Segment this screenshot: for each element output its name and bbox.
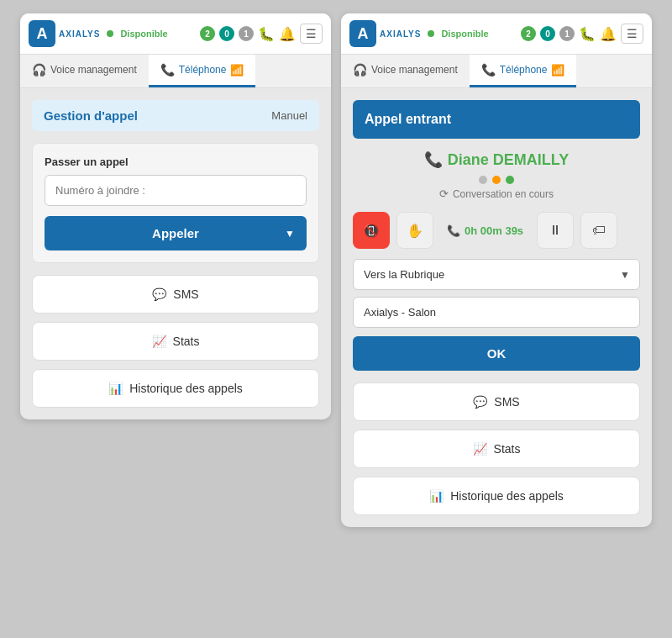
- right-incoming-header: Appel entrant: [353, 100, 640, 139]
- right-logo-text: AXIALYS: [380, 29, 421, 39]
- right-phone-icon: 📞: [424, 150, 443, 169]
- right-hold-button[interactable]: ✋: [396, 212, 433, 249]
- right-transfer-wrapper: Vers la Rubrique ▼: [353, 259, 640, 290]
- left-tab-voice-label: Voice management: [50, 64, 137, 76]
- left-phone-input[interactable]: [45, 175, 307, 206]
- right-pause-button[interactable]: ⏸: [537, 212, 574, 249]
- right-sms-icon: 💬: [473, 395, 487, 409]
- right-logo: A AXIALYS: [349, 20, 421, 47]
- right-badge-green: 2: [521, 26, 536, 41]
- axialys-logo-icon: A: [29, 20, 55, 47]
- left-phone-tab-icon: 📞: [160, 63, 175, 76]
- right-transfer-select[interactable]: Vers la Rubrique: [353, 259, 640, 290]
- right-spinner-icon: ⟳: [439, 187, 449, 200]
- right-stats-label: Stats: [494, 442, 521, 456]
- right-axialys-logo-icon: A: [349, 20, 376, 47]
- right-tag-button[interactable]: 🏷: [580, 212, 617, 249]
- right-panel-body: Appel entrant 📞 Diane DEMAILLY ⟳ Convers…: [341, 88, 652, 527]
- left-sms-label: SMS: [173, 287, 198, 301]
- right-phone-tab-icon: 📞: [481, 63, 496, 76]
- left-section-title: Gestion d'appel: [44, 108, 138, 123]
- right-conversation-status: ⟳ Conversation en cours: [353, 187, 640, 200]
- left-bell-icon: 🔔: [279, 26, 296, 42]
- right-call-controls: 📵 ✋ 📞 0h 00m 39s ⏸ 🏷: [353, 212, 640, 249]
- left-status-dot: [107, 30, 113, 37]
- right-badge-teal: 0: [540, 26, 555, 41]
- left-call-label: Passer un appel: [45, 156, 307, 168]
- left-bug-icon: 🐛: [258, 26, 275, 42]
- left-logo-text: AXIALYS: [59, 29, 100, 39]
- left-call-button[interactable]: Appeler ▼: [45, 216, 307, 250]
- right-badge-gray: 1: [559, 26, 575, 41]
- left-tab-telephone[interactable]: 📞 Téléphone 📶: [149, 55, 256, 87]
- right-dot-2: [492, 176, 501, 184]
- right-panel: A AXIALYS Disponible 2 0 1 🐛 🔔 ☰ 🎧 Voice…: [341, 13, 652, 527]
- right-status-dots: [353, 176, 640, 184]
- right-caller-name: 📞 Diane DEMAILLY: [353, 150, 640, 169]
- left-badge-teal: 0: [219, 26, 234, 41]
- left-logo: A AXIALYS: [29, 20, 100, 47]
- right-status-label: Disponible: [441, 29, 488, 39]
- right-history-icon: 📊: [429, 489, 444, 503]
- right-bell-icon: 🔔: [600, 26, 617, 42]
- left-section-subtitle: Manuel: [271, 109, 307, 122]
- left-panel-body: Gestion d'appel Manuel Passer un appel A…: [20, 88, 331, 419]
- left-stats-icon: 📈: [152, 335, 166, 348]
- right-dot-3: [506, 176, 514, 184]
- left-menu-button[interactable]: ☰: [300, 24, 323, 44]
- right-wifi-icon: 📶: [551, 64, 564, 76]
- right-history-button[interactable]: 📊 Historique des appels: [353, 477, 640, 515]
- right-history-label: Historique des appels: [450, 489, 564, 503]
- right-sms-label: SMS: [494, 395, 519, 409]
- right-salon-input[interactable]: [353, 297, 640, 328]
- left-voice-mgmt-icon: 🎧: [32, 63, 46, 76]
- right-timer-display: 📞 0h 00m 39s: [440, 224, 530, 237]
- left-sms-icon: 💬: [152, 287, 166, 301]
- right-timer-text: 0h 00m 39s: [465, 224, 523, 237]
- left-tab-voice-management[interactable]: 🎧 Voice management: [20, 55, 149, 87]
- right-incoming-title: Appel entrant: [365, 112, 451, 126]
- right-stats-button[interactable]: 📈 Stats: [353, 430, 640, 468]
- left-history-label: Historique des appels: [129, 382, 243, 395]
- right-caller-name-text: Diane DEMAILLY: [448, 151, 569, 169]
- right-tab-telephone-label: Téléphone: [500, 64, 548, 76]
- left-history-button[interactable]: 📊 Historique des appels: [32, 369, 319, 408]
- right-phone-small-icon: 📞: [447, 224, 460, 237]
- left-call-button-label: Appeler: [152, 226, 199, 240]
- right-status-dot: [428, 30, 434, 37]
- left-panel: A AXIALYS Disponible 2 0 1 🐛 🔔 ☰ 🎧 Voice…: [20, 13, 331, 419]
- right-stats-icon: 📈: [473, 442, 487, 456]
- right-conversation-status-text: Conversation en cours: [453, 188, 554, 200]
- left-badge-green: 2: [200, 26, 215, 41]
- right-menu-button[interactable]: ☰: [621, 24, 643, 44]
- left-badge-gray: 1: [239, 26, 254, 41]
- left-call-box: Passer un appel Appeler ▼: [32, 143, 319, 263]
- left-wifi-icon: 📶: [230, 64, 244, 76]
- left-tabs: 🎧 Voice management 📞 Téléphone 📶: [20, 55, 331, 88]
- left-section-header: Gestion d'appel Manuel: [32, 100, 319, 131]
- left-stats-label: Stats: [173, 335, 200, 348]
- right-tabs: 🎧 Voice management 📞 Téléphone 📶: [341, 55, 652, 88]
- right-tab-telephone[interactable]: 📞 Téléphone 📶: [470, 55, 577, 87]
- right-ok-button[interactable]: OK: [353, 336, 640, 371]
- left-tab-telephone-label: Téléphone: [179, 64, 227, 76]
- left-history-icon: 📊: [108, 382, 123, 395]
- right-dot-1: [479, 176, 487, 184]
- left-header-icons: 2 0 1 🐛 🔔 ☰: [200, 24, 323, 44]
- left-stats-button[interactable]: 📈 Stats: [32, 322, 319, 361]
- right-tab-voice-label: Voice management: [371, 64, 458, 76]
- left-status-label: Disponible: [120, 29, 167, 39]
- left-call-dropdown-arrow: ▼: [285, 228, 295, 240]
- svg-text:A: A: [358, 25, 369, 42]
- left-header: A AXIALYS Disponible 2 0 1 🐛 🔔 ☰: [20, 13, 331, 55]
- right-header: A AXIALYS Disponible 2 0 1 🐛 🔔 ☰: [341, 13, 652, 55]
- right-voice-mgmt-icon: 🎧: [353, 63, 367, 76]
- right-sms-button[interactable]: 💬 SMS: [353, 382, 640, 421]
- right-ok-label: OK: [487, 346, 507, 361]
- right-bug-icon: 🐛: [579, 26, 596, 42]
- right-tab-voice-management[interactable]: 🎧 Voice management: [341, 55, 470, 87]
- left-sms-button[interactable]: 💬 SMS: [32, 275, 319, 314]
- right-header-icons: 2 0 1 🐛 🔔 ☰: [521, 24, 643, 44]
- right-hangup-button[interactable]: 📵: [353, 212, 390, 249]
- svg-text:A: A: [37, 25, 48, 42]
